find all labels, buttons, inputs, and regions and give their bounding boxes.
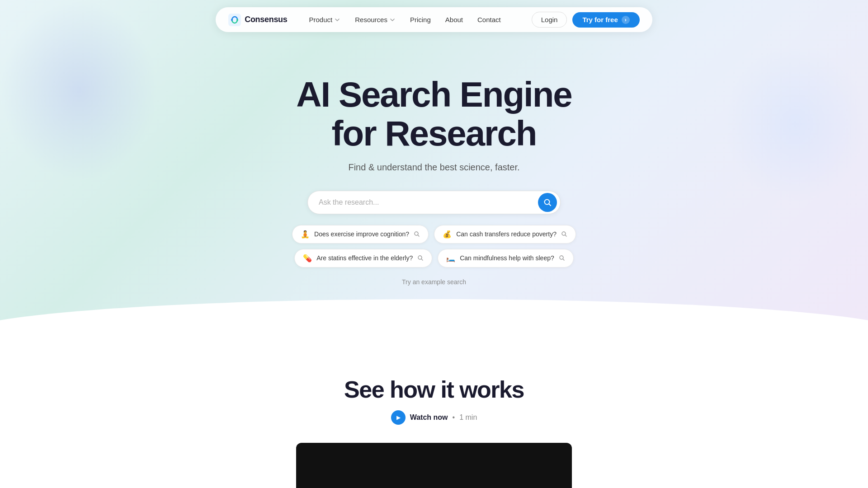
query-chip-statins[interactable]: 💊 Are statins effective in the elderly?: [294, 249, 432, 267]
hero-section: AI Search Engine for Research Find & und…: [0, 39, 868, 286]
navbar: Consensus Product Resources Prici: [0, 0, 868, 39]
chip-search-icon: [561, 231, 567, 237]
chip-emoji: 🧘: [301, 230, 310, 239]
try-for-free-button[interactable]: Try for free ›: [572, 12, 639, 28]
svg-point-7: [560, 256, 563, 259]
nav-actions: Login Try for free ›: [532, 12, 640, 28]
svg-point-2: [236, 19, 238, 21]
svg-point-4: [415, 232, 418, 235]
chevron-down-icon: [389, 17, 396, 23]
how-it-works-section: See how it works ▶ Watch now • 1 min: [0, 340, 868, 488]
nav-item-contact[interactable]: Contact: [472, 13, 506, 26]
chip-emoji: 💰: [443, 230, 452, 239]
chip-search-icon: [414, 231, 420, 237]
query-chip-sleep[interactable]: 🛏️ Can mindfulness help with sleep?: [438, 249, 574, 267]
nav-item-product[interactable]: Product: [304, 13, 346, 26]
svg-point-5: [562, 232, 566, 235]
svg-point-1: [231, 19, 233, 21]
video-duration: 1 min: [459, 413, 477, 422]
login-button[interactable]: Login: [532, 12, 567, 28]
logo-icon: [228, 14, 241, 26]
separator: •: [453, 413, 455, 422]
video-container[interactable]: [296, 443, 572, 488]
chip-emoji: 🛏️: [446, 254, 455, 263]
svg-point-6: [418, 256, 422, 259]
search-input[interactable]: [307, 191, 561, 214]
chip-emoji: 💊: [303, 254, 312, 263]
svg-rect-0: [228, 14, 241, 26]
example-queries: 🧘 Does exercise improve cognition? 💰 Can…: [292, 225, 576, 267]
arrow-icon: ›: [622, 16, 630, 24]
watch-row: ▶ Watch now • 1 min: [391, 410, 477, 425]
query-row-2: 💊 Are statins effective in the elderly? …: [294, 249, 574, 267]
nav-links: Product Resources Pricing About: [304, 13, 506, 26]
chip-search-icon: [559, 255, 565, 261]
nav-item-about[interactable]: About: [440, 13, 468, 26]
logo[interactable]: Consensus: [228, 14, 287, 26]
hero-title: AI Search Engine for Research: [296, 75, 572, 153]
search-button[interactable]: [538, 193, 557, 212]
how-it-works-title: See how it works: [344, 376, 524, 403]
play-icon: ▶: [396, 414, 401, 421]
query-chip-cash[interactable]: 💰 Can cash transfers reduce poverty?: [434, 225, 576, 244]
hero-subtitle: Find & understand the best science, fast…: [348, 162, 519, 173]
search-icon: [543, 198, 552, 206]
try-example-link[interactable]: Try an example search: [402, 278, 466, 286]
query-row-1: 🧘 Does exercise improve cognition? 💰 Can…: [292, 225, 576, 244]
logo-text: Consensus: [245, 15, 287, 24]
nav-item-pricing[interactable]: Pricing: [405, 13, 436, 26]
query-chip-exercise[interactable]: 🧘 Does exercise improve cognition?: [292, 225, 429, 244]
nav-item-resources[interactable]: Resources: [349, 13, 401, 26]
chevron-down-icon: [334, 17, 340, 23]
play-button[interactable]: ▶: [391, 410, 406, 425]
watch-label: Watch now: [410, 413, 448, 422]
search-container: [307, 191, 561, 214]
chip-search-icon: [417, 255, 424, 261]
